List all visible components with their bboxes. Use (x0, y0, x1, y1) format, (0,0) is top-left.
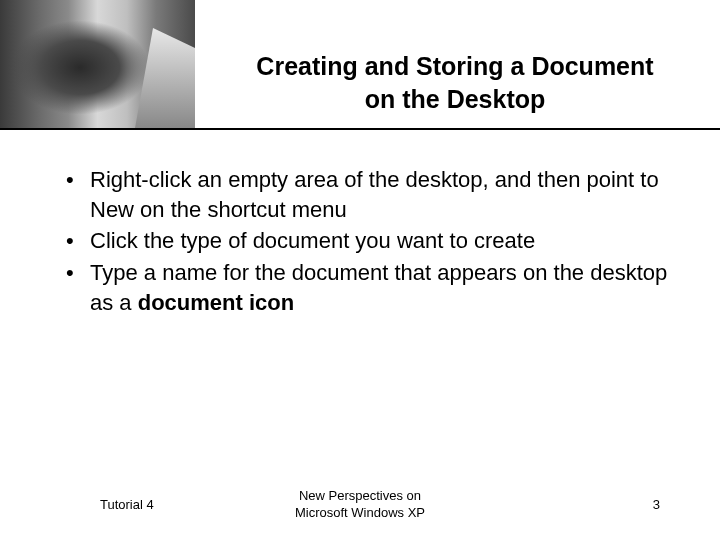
bullet-list: Right-click an empty area of the desktop… (60, 165, 670, 317)
footer-center: New Perspectives on Microsoft Windows XP (295, 488, 425, 522)
bullet-text: Right-click an empty area of the desktop… (90, 167, 659, 222)
slide-content: Right-click an empty area of the desktop… (0, 130, 720, 317)
footer-left: Tutorial 4 (100, 497, 154, 512)
slide-title: Creating and Storing a Document on the D… (210, 50, 700, 115)
bullet-text: Click the type of document you want to c… (90, 228, 535, 253)
bullet-bold-fragment: document icon (138, 290, 294, 315)
footer-center-line-2: Microsoft Windows XP (295, 505, 425, 520)
slide-header: Creating and Storing a Document on the D… (0, 0, 720, 130)
bullet-item: Right-click an empty area of the desktop… (60, 165, 670, 224)
title-line-2: on the Desktop (365, 85, 546, 113)
slide-footer: Tutorial 4 New Perspectives on Microsoft… (0, 497, 720, 512)
bullet-item: Click the type of document you want to c… (60, 226, 670, 256)
footer-center-line-1: New Perspectives on (299, 488, 421, 503)
footer-page-number: 3 (653, 497, 660, 512)
title-line-1: Creating and Storing a Document (256, 52, 653, 80)
bullet-item: Type a name for the document that appear… (60, 258, 670, 317)
header-image (0, 0, 195, 128)
